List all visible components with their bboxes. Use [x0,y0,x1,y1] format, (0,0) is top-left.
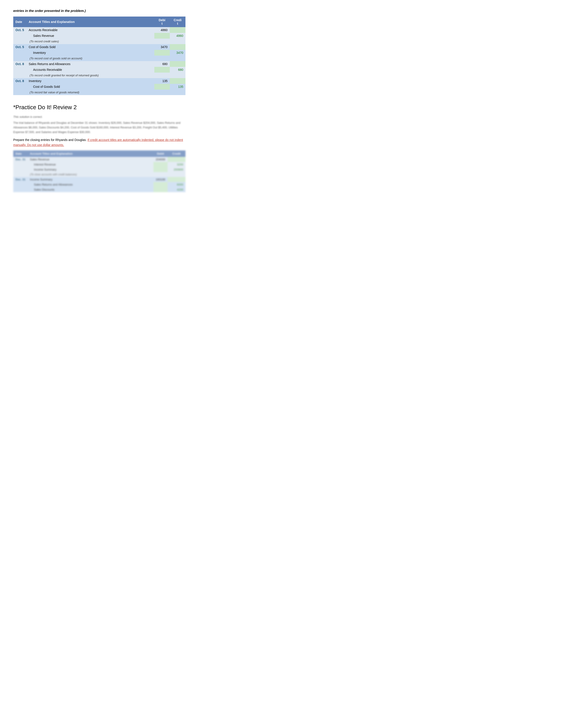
entry-date-blank [13,50,26,56]
blurred-entry-sub: Interest Revenue [28,162,154,167]
blurred-credit: 3200 [167,162,185,167]
blurred-entry-account: Income Summary [28,177,154,182]
entry-account-main: Accounts Receivable [26,27,154,33]
table-row: Accounts Receivable 680 [13,67,185,73]
entry-credit: 135 [170,84,185,90]
entry-date-blank [13,33,26,39]
table-row: (To record credit sales) [13,39,185,44]
practice-instruction: Prepare the closing entries for Rhyands … [13,137,185,147]
note-blank [13,90,26,95]
practice-description: The trial balance of Rhyands and Douglas… [13,121,185,134]
blurred-table-row: (To close accounts with credit balances) [13,172,185,177]
entry-date: Oct. 8 [13,61,26,67]
blurred-header-debit: Debit [153,150,167,157]
entry-debit-blank [154,50,170,56]
table-row: Sales Revenue 4860 [13,33,185,39]
blurred-entry-sub: Sales Returns and Allowances [28,182,154,187]
blurred-note: (To close accounts with credit balances) [28,172,185,177]
entry-note: (To record credit sales) [26,39,185,44]
table-row: Oct. 5 Cost of Goods Sold 3470 [13,44,185,50]
entry-debit-blank [154,84,170,90]
header-debit: Debit [154,17,170,27]
table-row: (To record cost of goods sold on account… [13,56,185,61]
blurred-credit: 6000 [167,182,185,187]
blurred-header-row: Date Account Titles and Explanation Debi… [13,150,185,157]
blurred-entry-debit: 193100 [153,177,167,182]
entry-date: Oct. 8 [13,78,26,84]
blurred-entry-account: Sales Revenue [28,157,154,162]
entry-note: (To record credit granted for receipt of… [26,73,185,78]
entry-debit: 4860 [154,27,170,33]
entry-credit [170,78,185,84]
entry-credit [170,27,185,33]
blurred-debit-blank [153,182,167,187]
blurred-blank [13,162,28,167]
table-row: Inventory 3470 [13,50,185,56]
table-header-row: Date Account Titles and Explanation Debi… [13,17,185,27]
table-row: Cost of Goods Sold 135 [13,84,185,90]
note-blank [13,73,26,78]
blurred-entry-date: Dec. 31 [13,157,28,162]
blurred-entry-credit [167,157,185,162]
instruction-static: Prepare the closing entries for Rhyands … [13,138,86,142]
table-row: Oct. 5 Accounts Receivable 4860 [13,27,185,33]
blurred-blank [13,187,28,192]
entry-account-main: Cost of Goods Sold [26,44,154,50]
blurred-entry-debit: 204000 [153,157,167,162]
blurred-entry-sub: Income Summary [28,167,154,172]
entry-debit-blank [154,33,170,39]
entry-date-blank [13,67,26,73]
blurred-blank [13,172,28,177]
table-row: Oct. 8 Inventory 135 [13,78,185,84]
entry-credit: 3470 [170,50,185,56]
entry-note: (To record fair value of goods returned) [26,90,185,95]
blurred-table-row: Sales Discounts 4200 [13,187,185,192]
entry-account-main: Sales Returns and Allowances [26,61,154,67]
table-row: (To record credit granted for receipt of… [13,73,185,78]
blurred-table-row: Sales Returns and Allowances 6000 [13,182,185,187]
blurred-header-account: Account Titles and Explanation [28,150,154,157]
blurred-debit-blank [153,187,167,192]
blurred-credit: 200800 [167,167,185,172]
blurred-entry-sub: Sales Discounts [28,187,154,192]
practice-subtitle: This solution is correct. [13,115,185,118]
entry-account-main: Inventory [26,78,154,84]
blurred-credit: 4200 [167,187,185,192]
blurred-table-row: Dec. 31 Income Summary 193100 [13,177,185,182]
entry-date: Oct. 5 [13,27,26,33]
blurred-practice-table: Date Account Titles and Explanation Debi… [13,150,185,192]
header-account: Account Titles and Explanation [26,17,154,27]
entry-credit: 680 [170,67,185,73]
blurred-header-credit: Credit [167,150,185,157]
practice-title: *Practice Do It! Review 2 [13,104,185,111]
entry-account-sub: Inventory [26,50,154,56]
note-blank [13,56,26,61]
entry-date: Oct. 5 [13,44,26,50]
header-credit: Credit [170,17,185,27]
entry-debit: 680 [154,61,170,67]
blurred-table-row: Dec. 31 Sales Revenue 204000 [13,157,185,162]
blurred-table-row: Income Summary 200800 [13,167,185,172]
entry-date-blank [13,84,26,90]
blurred-table-wrapper: Date Account Titles and Explanation Debi… [13,150,185,192]
entry-account-sub: Sales Revenue [26,33,154,39]
note-blank [13,39,26,44]
blurred-debit-blank [153,162,167,167]
entry-debit-blank [154,67,170,73]
blurred-table-row: Interest Revenue 3200 [13,162,185,167]
blurred-blank [13,167,28,172]
blurred-entry-credit [167,177,185,182]
entry-debit: 3470 [154,44,170,50]
blurred-entry-date: Dec. 31 [13,177,28,182]
blurred-header-date: Date [13,150,28,157]
entry-account-sub: Cost of Goods Sold [26,84,154,90]
intro-text: entries in the order presented in the pr… [13,9,185,13]
journal-table: Date Account Titles and Explanation Debi… [13,17,185,95]
blurred-blank [13,182,28,187]
entry-credit: 4860 [170,33,185,39]
entry-credit [170,61,185,67]
entry-note: (To record cost of goods sold on account… [26,56,185,61]
entry-debit: 135 [154,78,170,84]
entry-account-sub: Accounts Receivable [26,67,154,73]
header-date: Date [13,17,26,27]
